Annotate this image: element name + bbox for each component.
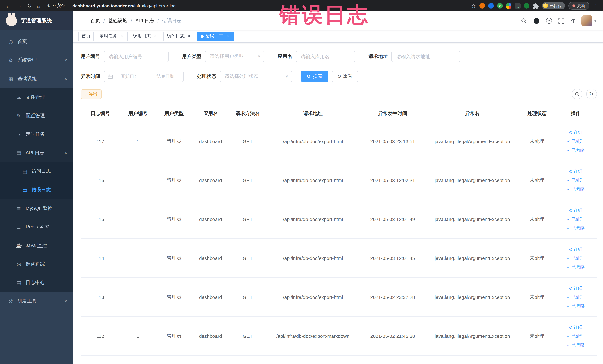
tab-cron-job[interactable]: 定时任务× xyxy=(96,31,128,41)
row-action-processed[interactable]: ✓已处理 xyxy=(557,137,595,146)
extension-colorful-grid-icon[interactable] xyxy=(506,3,511,8)
extension-orange-icon[interactable] xyxy=(479,3,485,9)
request-url-input[interactable] xyxy=(392,51,460,62)
row-action-ignored[interactable]: ✓已忽略 xyxy=(557,263,595,271)
row-action-detail[interactable]: ⊙详细 xyxy=(557,284,595,293)
address-bar[interactable]: dashboard.yudao.iocoder.cn/infra/log/api… xyxy=(72,3,175,8)
row-action-detail[interactable]: ⊙详细 xyxy=(557,167,595,176)
breadcrumb-item[interactable]: API 日志 xyxy=(136,17,154,24)
close-icon[interactable]: × xyxy=(153,34,158,39)
sidebar-item-trace[interactable]: ◎链路追踪 xyxy=(0,255,73,273)
row-action-processed[interactable]: ✓已处理 xyxy=(557,254,595,263)
sidebar-item-label: 基础设施 xyxy=(17,75,37,82)
row-action-ignored[interactable]: ✓已忽略 xyxy=(557,341,595,349)
tags-view-bar: 首页定时任务×调度日志×访问日志×错误日志× xyxy=(73,30,603,43)
font-size-icon[interactable]: tT xyxy=(570,18,575,24)
tab-error-log[interactable]: 错误日志× xyxy=(197,31,233,41)
sidebar-item-system-manage[interactable]: ⚙系统管理∨ xyxy=(0,51,73,69)
tab-home[interactable]: 首页 xyxy=(78,31,94,41)
row-action-processed[interactable]: ✓已处理 xyxy=(557,215,595,224)
error-log-table: 日志编号用户编号用户类型应用名请求方法名请求地址异常发生时间异常名处理状态操作 … xyxy=(81,105,596,356)
browser-menu-kebab-icon[interactable]: ⋮ xyxy=(593,3,599,9)
sidebar-item-mysql-monitor[interactable]: ≣MySQL 监控 xyxy=(0,199,73,218)
refresh-icon: ↻ xyxy=(589,91,593,97)
check-icon: ✓ xyxy=(567,341,570,349)
row-action-detail[interactable]: ⊙详细 xyxy=(557,128,595,137)
dashboard-icon: ◷ xyxy=(7,39,14,44)
home-icon[interactable]: ⌂ xyxy=(37,3,40,9)
sidebar-item-log-center[interactable]: ▤日志中心 xyxy=(0,273,73,292)
tab-access-log[interactable]: 访问日志× xyxy=(163,31,195,41)
sidebar-item-infrastructure[interactable]: ▦基础设施∧ xyxy=(0,69,73,88)
refresh-table-button[interactable]: ↻ xyxy=(586,89,597,99)
user-type-select[interactable]: 请选择用户类型 ∨ xyxy=(205,51,264,62)
sidebar-item-home[interactable]: ◷首页 xyxy=(0,32,73,51)
row-action-ignored[interactable]: ✓已忽略 xyxy=(557,302,595,310)
sidebar-item-label: 错误日志 xyxy=(32,187,51,193)
extension-on-badge-icon[interactable]: on xyxy=(514,3,520,9)
app-logo[interactable]: 芋道管理系统 xyxy=(0,12,73,30)
fullscreen-icon[interactable] xyxy=(558,18,564,24)
user-menu[interactable]: ▾ xyxy=(581,15,596,26)
extension-blue-icon[interactable] xyxy=(488,3,494,9)
close-icon[interactable]: × xyxy=(186,34,192,39)
sidebar-toggle-hamburger-icon[interactable] xyxy=(73,18,91,23)
extensions-puzzle-icon[interactable] xyxy=(533,3,538,9)
cell-user-id: 1 xyxy=(120,200,156,239)
cell-actions: ⊙详细✓已处理✓已忽略 xyxy=(555,317,596,355)
site-security-chip[interactable]: ⚠ 不安全 xyxy=(46,3,65,9)
extension-vue-devtools-icon[interactable]: V xyxy=(497,3,502,9)
divider xyxy=(69,3,69,8)
row-action-detail[interactable]: ⊙详细 xyxy=(557,206,595,215)
breadcrumb-item[interactable]: 基础设施 xyxy=(108,17,127,24)
app-title: 芋道管理系统 xyxy=(21,17,52,24)
sidebar-item-api-log[interactable]: ▤API 日志∧ xyxy=(0,143,73,162)
help-icon[interactable]: ? xyxy=(546,18,552,24)
search-icon[interactable] xyxy=(521,18,527,24)
sidebar-item-error-log[interactable]: ▤错误日志 xyxy=(0,181,73,199)
sidebar-item-access-log[interactable]: ▤访问日志 xyxy=(0,162,73,181)
sidebar-item-file-manage[interactable]: ☁文件管理 xyxy=(0,88,73,106)
row-action-label: 详细 xyxy=(574,167,582,176)
cell-app-name: dashboard xyxy=(192,200,229,239)
row-action-detail[interactable]: ⊙详细 xyxy=(557,245,595,254)
bookmark-star-icon[interactable]: ☆ xyxy=(471,3,476,9)
view-icon: ⊙ xyxy=(569,245,572,254)
process-status-label: 处理状态 xyxy=(197,73,216,80)
cell-exception-name: java.lang.IllegalArgumentException xyxy=(426,317,519,355)
row-action-processed[interactable]: ✓已处理 xyxy=(557,331,595,341)
row-action-ignored[interactable]: ✓已忽略 xyxy=(557,224,595,233)
exception-time-range-picker[interactable]: 开始日期 - 结束日期 xyxy=(104,71,184,82)
row-action-detail[interactable]: ⊙详细 xyxy=(557,323,595,331)
reset-button[interactable]: ↻ 重置 xyxy=(332,71,358,82)
row-action-processed[interactable]: ✓已处理 xyxy=(557,176,595,185)
forward-icon[interactable]: → xyxy=(16,3,22,9)
sidebar-item-cron-job[interactable]: ◔定时任务 xyxy=(0,125,73,143)
sidebar-item-dev-tools[interactable]: ⚒研发工具∨ xyxy=(0,292,73,310)
check-icon: ✓ xyxy=(567,224,570,233)
user-id-input[interactable] xyxy=(104,51,169,62)
profile-paused-badge[interactable]: 已暂停 xyxy=(542,2,565,9)
cell-exception-name: java.lang.IllegalArgumentException xyxy=(426,200,519,239)
breadcrumb-item[interactable]: 首页 xyxy=(91,17,100,24)
back-icon[interactable]: ← xyxy=(6,3,11,9)
browser-update-button[interactable]: 更新 xyxy=(568,2,589,10)
sidebar-item-java-monitor[interactable]: ☕Java 监控 xyxy=(0,236,73,255)
row-action-ignored[interactable]: ✓已忽略 xyxy=(557,146,595,155)
sidebar-item-config-manage[interactable]: ✎配置管理 xyxy=(0,106,73,125)
github-icon[interactable] xyxy=(533,17,540,24)
reload-icon[interactable]: ↻ xyxy=(27,3,32,9)
tab-schedule-log[interactable]: 调度日志× xyxy=(130,31,161,41)
cell-exception-name: java.lang.IllegalArgumentException xyxy=(426,239,519,278)
toggle-search-button[interactable] xyxy=(571,89,582,99)
search-button[interactable]: 搜索 xyxy=(301,71,328,82)
close-icon[interactable]: × xyxy=(119,34,124,39)
sidebar-item-redis-monitor[interactable]: ≣Redis 监控 xyxy=(0,218,73,236)
process-status-select[interactable]: 请选择处理状态 ∨ xyxy=(220,71,292,82)
row-action-ignored[interactable]: ✓已忽略 xyxy=(557,185,595,194)
close-icon[interactable]: × xyxy=(225,34,230,39)
extension-green-icon[interactable] xyxy=(524,3,529,9)
row-action-processed[interactable]: ✓已处理 xyxy=(557,293,595,302)
app-name-input[interactable] xyxy=(296,51,355,62)
export-button[interactable]: ↓ 导出 xyxy=(81,89,102,99)
